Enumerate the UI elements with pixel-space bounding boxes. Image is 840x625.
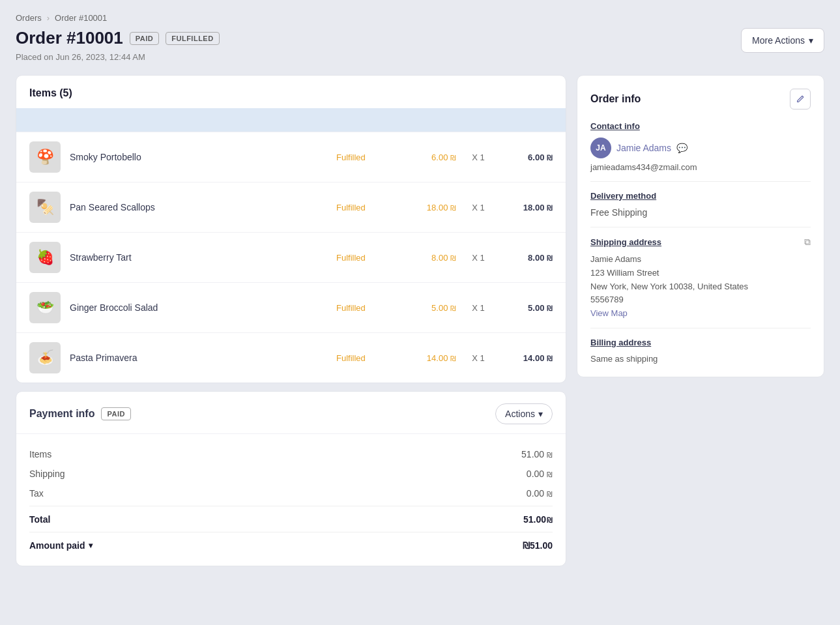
item-image: 🍄 [29, 141, 61, 173]
address-phone: 5556789 [590, 293, 811, 307]
items-list: 🍄 Smoky Portobello Fulfilled 6.00 ₪ X 1 … [16, 132, 566, 383]
payment-row-label: Tax [29, 488, 44, 499]
item-qty: X 1 [465, 203, 491, 212]
placed-on-text: Placed on Jun 26, 2023, 12:44 AM [16, 52, 220, 62]
item-price: 18.00 ₪ [404, 203, 456, 212]
edit-icon-button[interactable] [790, 89, 811, 109]
order-info-header: Order info [590, 89, 811, 109]
address-street: 123 William Street [590, 267, 811, 280]
title-row: Order #10001 PAID FULFILLED [16, 28, 220, 48]
paid-badge: PAID [130, 32, 159, 45]
delivery-method-label: Delivery method [590, 191, 811, 201]
fulfilled-badge: FULFILLED [166, 32, 219, 45]
item-status: Fulfilled [336, 153, 395, 162]
item-total: 14.00 ₪ [500, 353, 553, 363]
order-info-card: Order info Contact info JA Jamie Adams 💬… [577, 75, 824, 377]
payment-title: Payment info [29, 408, 94, 420]
header-left: Order #10001 PAID FULFILLED Placed on Ju… [16, 28, 220, 62]
copy-icon[interactable]: ⧉ [804, 237, 811, 248]
actions-chevron-icon: ▾ [538, 409, 543, 419]
item-qty: X 1 [465, 253, 491, 263]
breadcrumb-orders[interactable]: Orders [16, 13, 42, 23]
address-city: New York, New York 10038, United States [590, 280, 811, 294]
item-row: 🍝 Pasta Primavera Fulfilled 14.00 ₪ X 1 … [16, 332, 566, 383]
item-row: 🍄 Smoky Portobello Fulfilled 6.00 ₪ X 1 … [16, 132, 566, 182]
payment-line-row: Items 51.00 ₪ [29, 444, 553, 464]
actions-label: Actions [505, 409, 535, 419]
item-qty: X 1 [465, 353, 491, 363]
order-info-title: Order info [590, 93, 641, 105]
item-name: Smoky Portobello [70, 152, 327, 162]
item-name: Pan Seared Scallops [70, 202, 327, 212]
payment-header: Payment info PAID Actions ▾ [16, 392, 566, 434]
item-total: 5.00 ₪ [500, 303, 553, 313]
billing-same-text: Same as shipping [590, 354, 811, 364]
payment-line-row: Shipping 0.00 ₪ [29, 464, 553, 484]
actions-button[interactable]: Actions ▾ [495, 403, 553, 424]
item-image: 🍝 [29, 342, 61, 373]
item-total: 8.00 ₪ [500, 253, 553, 263]
items-header-row [16, 108, 566, 132]
amount-paid-row: Amount paid ▾ ₪51.00 [29, 532, 553, 555]
page-header: Order #10001 PAID FULFILLED Placed on Ju… [16, 28, 824, 62]
item-price: 14.00 ₪ [404, 353, 456, 363]
contact-info-label: Contact info [590, 121, 811, 131]
address-name: Jamie Adams [590, 253, 811, 267]
payment-row-value: 0.00 ₪ [527, 469, 553, 479]
delivery-method-value: Free Shipping [590, 207, 811, 218]
item-row: 🍢 Pan Seared Scallops Fulfilled 18.00 ₪ … [16, 182, 566, 232]
amount-paid-label: Amount paid ▾ [29, 540, 93, 551]
item-status: Fulfilled [336, 353, 395, 363]
item-price: 5.00 ₪ [404, 303, 456, 313]
customer-name[interactable]: Jamie Adams [616, 143, 671, 153]
item-image: 🥗 [29, 292, 61, 323]
item-total: 6.00 ₪ [500, 153, 553, 162]
customer-email: jamieadams434@zmail.com [590, 162, 811, 172]
billing-address-section: Billing address Same as shipping [590, 338, 811, 364]
address-text: Jamie Adams 123 William Street New York,… [590, 253, 811, 307]
item-qty: X 1 [465, 303, 491, 313]
payment-line-row: Tax 0.00 ₪ [29, 484, 553, 503]
divider-1 [590, 181, 811, 182]
items-card-header: Items (5) [16, 76, 566, 108]
breadcrumb-chevron: › [47, 13, 50, 23]
more-actions-button[interactable]: More Actions ▾ [741, 28, 824, 53]
divider-3 [590, 328, 811, 328]
more-actions-chevron-icon: ▾ [809, 35, 813, 46]
delivery-method-section: Delivery method Free Shipping [590, 191, 811, 218]
payment-row-value: 0.00 ₪ [527, 488, 553, 499]
items-card: Items (5) 🍄 Smoky Portobello Fulfilled 6… [16, 75, 566, 383]
payment-line-items: Items 51.00 ₪ Shipping 0.00 ₪ Tax 0.00 ₪ [29, 444, 553, 503]
payment-paid-badge: PAID [101, 407, 130, 420]
message-icon[interactable]: 💬 [676, 143, 688, 153]
payment-rows: Items 51.00 ₪ Shipping 0.00 ₪ Tax 0.00 ₪… [16, 434, 566, 566]
breadcrumb: Orders › Order #10001 [16, 13, 824, 23]
item-price: 8.00 ₪ [404, 253, 456, 263]
contact-row: JA Jamie Adams 💬 [590, 138, 811, 158]
item-status: Fulfilled [336, 253, 395, 263]
item-name: Strawberry Tart [70, 252, 327, 263]
item-qty: X 1 [465, 153, 491, 162]
payment-header-left: Payment info PAID [29, 407, 131, 420]
item-image: 🍢 [29, 192, 61, 223]
total-row: Total 51.00₪ [29, 506, 553, 529]
item-status: Fulfilled [336, 303, 395, 313]
right-column: Order info Contact info JA Jamie Adams 💬… [577, 75, 824, 377]
amount-paid-value: ₪51.00 [523, 540, 553, 551]
payment-row-label: Shipping [29, 469, 65, 479]
total-value: 51.00₪ [523, 514, 553, 525]
item-image: 🍓 [29, 242, 61, 273]
payment-row-label: Items [29, 449, 51, 459]
item-name: Pasta Primavera [70, 353, 327, 363]
item-price: 6.00 ₪ [404, 153, 456, 162]
item-row: 🍓 Strawberry Tart Fulfilled 8.00 ₪ X 1 8… [16, 232, 566, 282]
billing-address-label: Billing address [590, 338, 811, 347]
item-name: Ginger Broccoli Salad [70, 302, 327, 313]
divider-2 [590, 227, 811, 227]
left-column: Items (5) 🍄 Smoky Portobello Fulfilled 6… [16, 75, 566, 566]
shipping-address-section: Shipping address ⧉ Jamie Adams 123 Willi… [590, 237, 811, 319]
view-map-link[interactable]: View Map [590, 308, 628, 318]
breadcrumb-current: Order #10001 [55, 13, 107, 23]
main-layout: Items (5) 🍄 Smoky Portobello Fulfilled 6… [16, 75, 824, 566]
item-status: Fulfilled [336, 203, 395, 212]
